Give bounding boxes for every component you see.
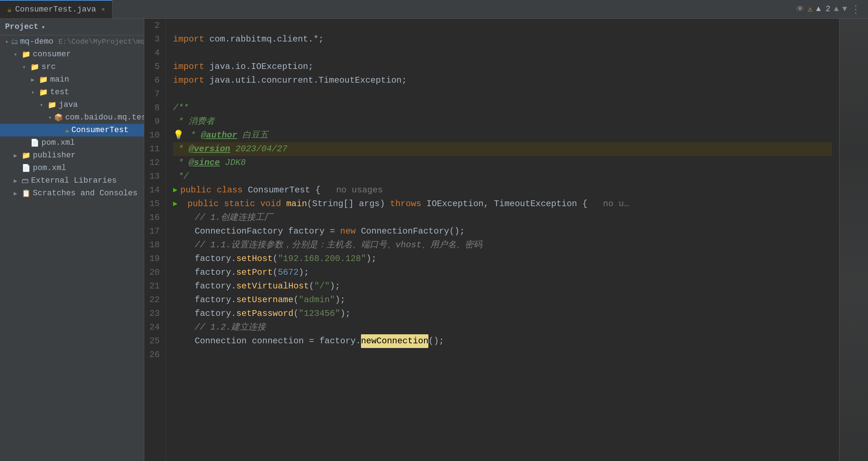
warning-count: ▲ 2: [816, 5, 830, 14]
code-line-23: factory.setPassword("123456");: [173, 307, 832, 321]
code-line-20: factory.setPort(5672);: [173, 266, 832, 279]
code-line-14: ▶ public class ConsumerTest { no usages: [173, 183, 832, 197]
tree-label: consumer: [33, 50, 71, 59]
java-file-icon: ☕: [65, 126, 69, 135]
sidebar-title: Project: [5, 22, 38, 31]
code-line-13: */: [173, 170, 832, 183]
folder-icon: 📁: [30, 62, 39, 71]
tree-label: mq-demo: [20, 37, 53, 46]
code-line-6: import java.util.concurrent.TimeoutExcep…: [173, 74, 832, 87]
eye-off-icon[interactable]: 👁: [796, 4, 804, 14]
tab-close-button[interactable]: ×: [101, 6, 105, 13]
arrow-icon: ▾: [5, 38, 9, 45]
folder-icon: 📁: [39, 75, 48, 84]
tree-label: ConsumerTest: [71, 126, 128, 135]
tree-label: External Libraries: [31, 176, 117, 185]
run-icon-15[interactable]: ▶: [173, 197, 177, 211]
scratches-icon: 📋: [22, 189, 31, 198]
tab-bar: ☕ ConsumerTest.java ×: [0, 0, 789, 18]
sidebar-item-mq-demo[interactable]: ▾ 🗂 mq-demo E:\Code\MyProject\mq-demo: [0, 35, 144, 48]
arrow-icon: ▶: [14, 177, 19, 184]
code-line-21: factory.setVirtualHost("/");: [173, 279, 832, 293]
code-line-18: // 1.1.设置连接参数，分别是：主机名、端口号、vhost、用户名、密码: [173, 238, 832, 252]
tree-label: main: [50, 75, 69, 84]
code-line-3: import com.rabbitmq.client.*;: [173, 32, 832, 46]
code-line-15: ▶ public static void main(String[] args)…: [173, 197, 832, 211]
tree-label: com.baidou.mq.test: [65, 113, 144, 122]
sidebar-item-main[interactable]: ▶ 📁 main: [0, 73, 144, 86]
sidebar-item-scratches[interactable]: ▶ 📋 Scratches and Consoles: [0, 187, 144, 200]
tree-label: pom.xml: [33, 164, 66, 173]
chevron-up-icon[interactable]: ▲: [834, 5, 839, 14]
arrow-icon: ▶: [14, 152, 19, 159]
code-line-9: * 消费者: [173, 115, 832, 129]
folder-icon: 📁: [22, 151, 31, 160]
code-line-25: Connection connection = factory.newConne…: [173, 334, 832, 348]
tree-label: test: [50, 88, 69, 97]
java-file-icon: ☕: [7, 5, 12, 14]
code-line-11: * @version 2023/04/27: [173, 142, 832, 156]
chevron-down-icon[interactable]: ▼: [842, 5, 847, 14]
folder-icon: 📁: [48, 100, 57, 109]
sidebar-item-pom-consumer[interactable]: 📄 pom.xml: [0, 136, 144, 149]
code-line-8: /**: [173, 101, 832, 115]
sidebar-item-java[interactable]: ▾ 📁 java: [0, 99, 144, 111]
folder-icon: 📁: [22, 50, 31, 59]
pom-icon: 📄: [30, 138, 39, 147]
top-bar-actions: 👁 ⚠ ▲ 2 ▲ ▼ ⋮: [789, 3, 868, 16]
line-numbers: 2 3 4 5 6 7 8 9 10 11 12 13 14 15 16 17 …: [144, 19, 166, 461]
sidebar-collapse-icon[interactable]: ▾: [41, 23, 45, 31]
arrow-icon: ▶: [31, 76, 37, 83]
module-icon: 🗂: [11, 38, 18, 46]
tree-label: publisher: [33, 151, 76, 160]
code-content: import com.rabbitmq.client.*; import jav…: [166, 19, 839, 461]
warning-icon: ⚠: [808, 4, 812, 14]
top-bar: ☕ ConsumerTest.java × 👁 ⚠ ▲ 2 ▲ ▼ ⋮: [0, 0, 868, 19]
sidebar-item-src[interactable]: ▾ 📁 src: [0, 61, 144, 73]
arrow-icon: ▾: [48, 114, 52, 121]
code-line-10: 💡 * @author 白豆五: [173, 129, 832, 142]
code-line-12: * @since JDK8: [173, 156, 832, 170]
sidebar: Project ▾ ▾ 🗂 mq-demo E:\Code\MyProject\…: [0, 19, 144, 461]
sidebar-header: Project ▾: [0, 19, 144, 35]
sidebar-item-consumer[interactable]: ▾ 📁 consumer: [0, 48, 144, 61]
code-editor[interactable]: 2 3 4 5 6 7 8 9 10 11 12 13 14 15 16 17 …: [144, 19, 839, 461]
code-line-7: [173, 87, 832, 101]
sidebar-item-pom-root[interactable]: 📄 pom.xml: [0, 162, 144, 174]
arrow-icon: ▾: [22, 64, 28, 71]
run-icon-14[interactable]: ▶: [173, 183, 177, 197]
tree-label: src: [41, 62, 56, 71]
sidebar-item-publisher[interactable]: ▶ 📁 publisher: [0, 149, 144, 162]
path-label: E:\Code\MyProject\mq-demo: [58, 38, 144, 46]
code-line-22: factory.setUsername("admin");: [173, 293, 832, 307]
tab-label: ConsumerTest.java: [15, 5, 96, 14]
code-line-2: [173, 19, 832, 32]
sidebar-item-external-libraries[interactable]: ▶ 🗃 External Libraries: [0, 174, 144, 187]
package-icon: 📦: [54, 113, 63, 122]
code-line-5: import java.io.IOException;: [173, 60, 832, 74]
minimap: [839, 19, 868, 461]
tree-label: java: [59, 100, 78, 109]
sidebar-item-test[interactable]: ▾ 📁 test: [0, 86, 144, 99]
tree-label: pom.xml: [41, 138, 75, 147]
libs-icon: 🗃: [22, 177, 29, 185]
code-line-16: // 1.创建连接工厂: [173, 211, 832, 225]
tab-consumertest[interactable]: ☕ ConsumerTest.java ×: [0, 0, 113, 18]
folder-icon: 📁: [39, 88, 48, 97]
code-line-19: factory.setHost("192.168.200.128");: [173, 252, 832, 266]
main-content: Project ▾ ▾ 🗂 mq-demo E:\Code\MyProject\…: [0, 19, 868, 461]
arrow-icon: ▾: [31, 89, 37, 96]
pom-icon: 📄: [22, 164, 31, 173]
code-line-26: [173, 348, 832, 362]
sidebar-item-package[interactable]: ▾ 📦 com.baidou.mq.test: [0, 111, 144, 124]
code-line-17: ConnectionFactory factory = new Connecti…: [173, 225, 832, 238]
more-options-icon[interactable]: ⋮: [851, 3, 861, 16]
sidebar-item-consumertest[interactable]: ☕ ConsumerTest: [0, 124, 144, 136]
arrow-icon: ▾: [14, 51, 19, 58]
code-line-24: // 1.2.建立连接: [173, 321, 832, 334]
code-line-4: [173, 46, 832, 60]
arrow-icon: ▶: [14, 190, 19, 197]
arrow-icon: ▾: [40, 101, 45, 109]
tree-label: Scratches and Consoles: [33, 189, 137, 198]
